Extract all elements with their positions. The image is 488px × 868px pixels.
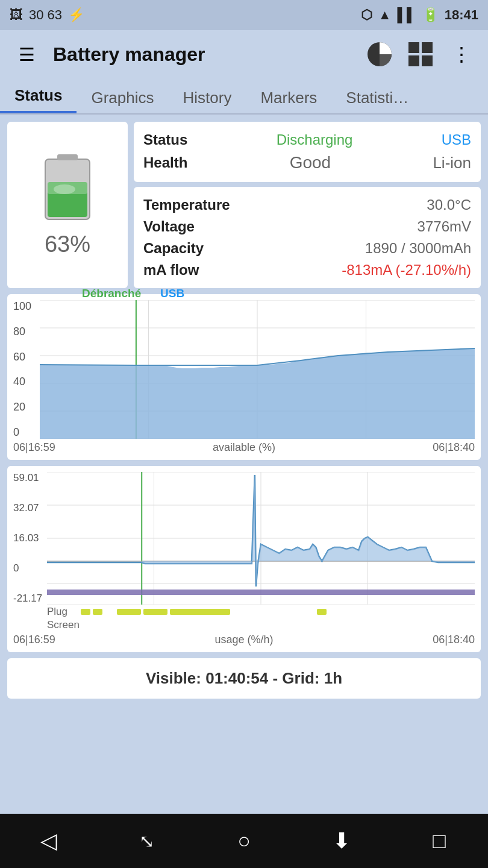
temperature-label: Temperature <box>143 197 230 213</box>
svg-rect-1 <box>408 42 419 53</box>
usb-icon: ⚡ <box>68 7 84 23</box>
wifi-icon: ▲ <box>378 7 392 23</box>
plug-dot-1 <box>81 609 90 615</box>
tab-bar: Status Graphics History Markers Statisti… <box>0 78 488 115</box>
debranched-label: Débranché <box>82 287 141 300</box>
square-icon: □ <box>433 828 446 854</box>
grid-button[interactable] <box>406 40 435 69</box>
bluetooth-icon: ⬡ <box>361 7 372 23</box>
battery-icon: 🔋 <box>422 7 439 23</box>
y-label-1603: 16.03 <box>13 532 45 544</box>
plug-dot-6 <box>317 609 327 615</box>
chart1-x-center: available (%) <box>213 441 275 454</box>
visible-text: Visible: 01:40:54 - Grid: 1h <box>146 669 342 687</box>
chart1-card: 100 80 60 40 20 0 Débranché USB <box>7 294 481 460</box>
download-button[interactable]: ⬇ <box>324 823 360 859</box>
chart2-x-start: 06|16:59 <box>13 634 55 646</box>
plug-dot-3 <box>117 609 141 615</box>
svg-rect-6 <box>57 154 78 160</box>
hamburger-icon: ☰ <box>19 44 35 65</box>
maflow-label: mA flow <box>143 262 199 278</box>
y-label-0: 0 <box>13 426 37 439</box>
status-bar: 🖼 30 63 ⚡ ⬡ ▲ ▌▌ 🔋 18:41 <box>0 0 488 30</box>
collapse-icon: ⤡ <box>139 831 154 852</box>
back-icon: ◁ <box>40 828 57 854</box>
temperature-row: Temperature 30.0°C <box>143 194 471 216</box>
svg-rect-2 <box>422 42 433 53</box>
svg-rect-31 <box>47 590 475 595</box>
signal-icon: ▌▌ <box>398 7 416 23</box>
back-button[interactable]: ◁ <box>31 823 67 859</box>
screen-label: Screen <box>47 619 78 631</box>
photo-icon: 🖼 <box>10 7 23 23</box>
collapse-button[interactable]: ⤡ <box>128 823 164 859</box>
capacity-value: 1890 / 3000mAh <box>365 240 471 257</box>
tab-markers[interactable]: Markers <box>246 81 331 113</box>
svg-rect-4 <box>422 55 433 66</box>
battery-type-value: Li-ion <box>433 154 471 172</box>
chart1-x-start: 06|16:59 <box>13 441 55 454</box>
info-cards: Status Discharging USB Health Good Li-io… <box>134 122 481 288</box>
tab-history[interactable]: History <box>169 81 246 113</box>
plug-dot-4 <box>143 609 167 615</box>
tab-statistics[interactable]: Statisti… <box>331 81 423 113</box>
chart1-x-end: 06|18:40 <box>433 441 475 454</box>
svg-point-9 <box>54 184 75 194</box>
status-row: Status Discharging USB <box>143 129 471 151</box>
y-label-3207: 32.07 <box>13 502 45 514</box>
app-bar: ☰ Battery manager ⋮ <box>0 30 488 78</box>
tab-graphics[interactable]: Graphics <box>77 81 168 113</box>
capacity-row: Capacity 1890 / 3000mAh <box>143 237 471 259</box>
temperature-value: 30.0°C <box>427 197 471 213</box>
app-title: Battery manager <box>53 43 353 66</box>
y-label-neg2117: -21.17 <box>13 593 45 605</box>
plug-dot-2 <box>93 609 102 615</box>
svg-rect-3 <box>408 55 419 66</box>
y-label-60: 60 <box>13 351 37 363</box>
chart1-axis-labels: 06|16:59 available (%) 06|18:40 <box>13 441 475 454</box>
more-icon: ⋮ <box>452 43 471 66</box>
health-value: Good <box>290 153 331 172</box>
battery-percentage: 63% <box>45 231 90 257</box>
voltage-value: 3776mV <box>418 218 471 235</box>
y-label-100: 100 <box>13 300 37 313</box>
plug-dot-5 <box>170 609 230 615</box>
chart2-axis-labels: 06|16:59 usage (%/h) 06|18:40 <box>13 634 475 646</box>
chart2-x-end: 06|18:40 <box>433 634 475 646</box>
chart2-x-center: usage (%/h) <box>214 634 273 646</box>
maflow-row: mA flow -813mA (-27.10%/h) <box>143 259 471 281</box>
chart2-svg <box>47 472 475 605</box>
metrics-card: Temperature 30.0°C Voltage 3776mV Capaci… <box>134 187 481 288</box>
download-icon: ⬇ <box>333 828 351 854</box>
main-content: 63% Status Discharging USB Health Good L… <box>0 115 488 814</box>
y-label-20: 20 <box>13 401 37 414</box>
pie-chart-button[interactable] <box>365 40 394 69</box>
more-options-button[interactable]: ⋮ <box>447 40 476 69</box>
y-label-80: 80 <box>13 326 37 338</box>
status-value: Discharging <box>277 131 353 148</box>
battery-info-section: 63% Status Discharging USB Health Good L… <box>7 122 481 288</box>
usb-label: USB <box>160 287 184 300</box>
battery-visual-icon <box>40 153 95 225</box>
status-bar-right: ⬡ ▲ ▌▌ 🔋 18:41 <box>361 7 478 23</box>
voltage-label: Voltage <box>143 218 195 235</box>
health-row: Health Good Li-ion <box>143 151 471 175</box>
home-button[interactable]: ○ <box>226 823 262 859</box>
bottom-nav: ◁ ⤡ ○ ⬇ □ <box>0 814 488 868</box>
voltage-row: Voltage 3776mV <box>143 216 471 237</box>
status-health-card: Status Discharging USB Health Good Li-io… <box>134 122 481 182</box>
home-icon: ○ <box>237 828 251 854</box>
menu-button[interactable]: ☰ <box>12 40 41 69</box>
visible-bar: Visible: 01:40:54 - Grid: 1h <box>7 658 481 699</box>
maflow-value: -813mA (-27.10%/h) <box>342 262 471 278</box>
y-label-zero: 0 <box>13 562 45 574</box>
notification-numbers: 30 63 <box>29 7 62 23</box>
battery-visual-card: 63% <box>7 122 128 288</box>
chart2-card: 59.01 32.07 16.03 0 -21.17 <box>7 466 481 652</box>
capacity-label: Capacity <box>143 240 204 257</box>
usb-value: USB <box>442 131 471 148</box>
plug-label: Plug <box>47 606 78 618</box>
recent-apps-button[interactable]: □ <box>421 823 457 859</box>
status-bar-left: 🖼 30 63 ⚡ <box>10 7 84 23</box>
tab-status[interactable]: Status <box>0 79 77 113</box>
